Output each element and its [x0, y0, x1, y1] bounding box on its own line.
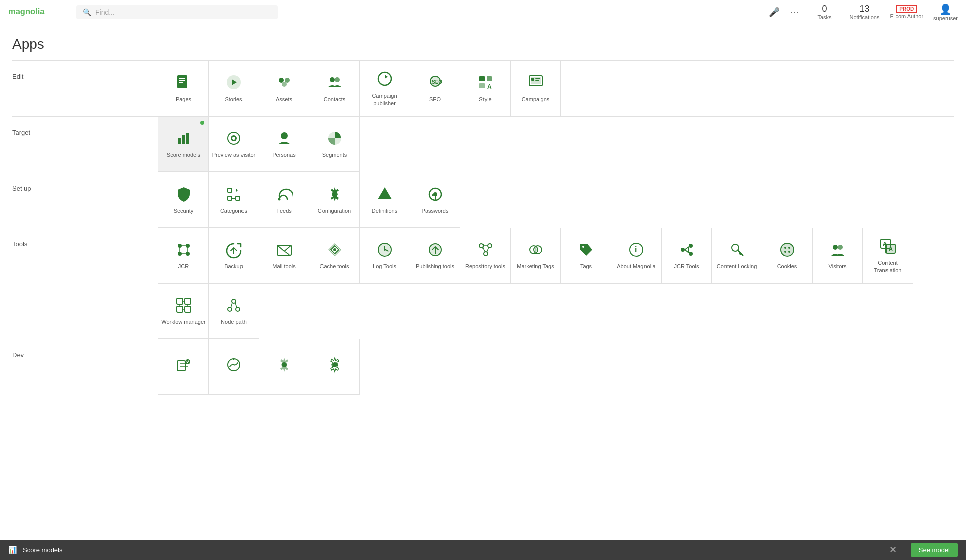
app-segments[interactable]: Segments: [309, 117, 360, 172]
notifications-label: Notifications: [849, 14, 879, 20]
security-label: Security: [172, 207, 196, 214]
tags-icon: [577, 241, 595, 259]
app-publishing-tools[interactable]: Publishing tools: [410, 228, 460, 284]
svg-rect-15: [487, 76, 492, 81]
app-score-models[interactable]: Score models: [158, 117, 209, 172]
app-categories[interactable]: Categories: [209, 172, 259, 228]
dev2-icon: [225, 356, 243, 374]
tags-label: Tags: [578, 263, 594, 270]
svg-point-9: [335, 77, 340, 82]
app-style[interactable]: A Style: [460, 61, 511, 116]
user-section[interactable]: 👤 superuser: [933, 3, 958, 21]
app-marketing-tags[interactable]: Marketing Tags: [511, 228, 561, 284]
configuration-icon: [326, 185, 344, 203]
user-icon: 👤: [939, 3, 952, 15]
campaigns-icon: [527, 73, 545, 91]
app-content-locking[interactable]: Content Locking: [712, 228, 762, 284]
app-node-path[interactable]: Node path: [209, 284, 259, 339]
svg-rect-16: [479, 83, 485, 88]
stories-icon: [225, 73, 243, 91]
app-stories[interactable]: Stories: [209, 61, 259, 116]
content-translation-icon: AA: [879, 237, 897, 255]
app-dev3[interactable]: [259, 339, 309, 395]
svg-point-5: [279, 78, 284, 83]
svg-rect-22: [535, 80, 539, 81]
section-dev: Dev: [12, 339, 954, 395]
section-label-setup: Set up: [12, 172, 158, 228]
section-label-target: Target: [12, 117, 158, 172]
app-log-tools[interactable]: Log Tools: [360, 228, 410, 284]
svg-text:A: A: [487, 83, 492, 90]
tasks-label: Tasks: [817, 14, 831, 20]
mic-icon[interactable]: 🎤: [769, 7, 780, 18]
env-section[interactable]: PROD E-com Author: [890, 5, 923, 19]
logo[interactable]: magnolia: [8, 4, 68, 20]
app-about-magnolia[interactable]: i About Magnolia: [611, 228, 662, 284]
apps-grid-edit: Pages Stories Assets Contacts: [158, 61, 954, 116]
app-passwords[interactable]: Passwords: [410, 172, 460, 228]
notifications-section[interactable]: 13 Notifications: [849, 4, 879, 20]
app-visitors[interactable]: Visitors: [813, 228, 863, 284]
svg-rect-91: [185, 298, 191, 304]
apps-grid-tools: JCR Backup Mail tools Cache tools: [158, 228, 954, 339]
log-tools-label: Log Tools: [371, 263, 398, 270]
svg-point-49: [333, 248, 336, 251]
app-contacts[interactable]: Contacts: [309, 61, 360, 116]
app-jcr[interactable]: JCR: [158, 228, 209, 284]
backup-icon: [225, 241, 243, 259]
app-cookies[interactable]: Cookies: [762, 228, 813, 284]
app-feeds[interactable]: Feeds: [259, 172, 309, 228]
notifications-count: 13: [859, 4, 869, 14]
svg-point-68: [681, 248, 685, 252]
svg-rect-20: [531, 78, 534, 81]
svg-point-80: [788, 247, 790, 249]
app-workflow-manager[interactable]: Worklow manager: [158, 284, 209, 339]
seo-label: SEO: [427, 96, 443, 103]
app-cache-tools[interactable]: Cache tools: [309, 228, 360, 284]
app-dev2[interactable]: [209, 339, 259, 395]
app-pages[interactable]: Pages: [158, 61, 209, 116]
app-dev1[interactable]: [158, 339, 209, 395]
app-definitions[interactable]: Definitions: [360, 172, 410, 228]
search-icon: 🔍: [83, 8, 91, 16]
app-campaigns[interactable]: Campaigns: [511, 61, 561, 116]
app-assets[interactable]: Assets: [259, 61, 309, 116]
env-badge: PROD: [896, 5, 917, 13]
svg-point-81: [784, 251, 786, 253]
feeds-icon: [275, 185, 293, 203]
app-content-translation[interactable]: AA Content Translation: [863, 228, 913, 284]
app-configuration[interactable]: Configuration: [309, 172, 360, 228]
app-backup[interactable]: Backup: [209, 228, 259, 284]
stories-label: Stories: [223, 96, 244, 103]
app-dev4[interactable]: [309, 339, 360, 395]
tasks-section[interactable]: 0 Tasks: [809, 4, 839, 20]
grid-icon[interactable]: ⋯: [790, 7, 799, 18]
assets-icon: [275, 73, 293, 91]
app-jcr-tools[interactable]: JCR Tools: [662, 228, 712, 284]
app-mail-tools[interactable]: Mail tools: [259, 228, 309, 284]
search-bar[interactable]: 🔍 Find...: [76, 5, 278, 19]
definitions-icon: [376, 185, 394, 203]
app-repository-tools[interactable]: Repository tools: [460, 228, 511, 284]
svg-line-61: [482, 247, 485, 252]
svg-point-100: [236, 307, 240, 311]
security-icon: [175, 185, 193, 203]
seo-icon: SEO: [426, 73, 444, 91]
section-target: Target Score models Preview as visitor: [12, 116, 954, 172]
app-seo[interactable]: SEO SEO: [410, 61, 460, 116]
svg-rect-32: [228, 196, 232, 200]
app-preview-as-visitor[interactable]: Preview as visitor: [209, 117, 259, 172]
app-campaign-publisher[interactable]: Campaign publisher: [360, 61, 410, 116]
app-tags[interactable]: Tags: [561, 228, 611, 284]
svg-rect-24: [182, 135, 185, 144]
bottom-bar-close[interactable]: ✕: [889, 544, 897, 555]
main-content: Apps Edit Pages Stories Assets: [0, 24, 966, 540]
svg-point-8: [330, 77, 335, 82]
bottom-bar-action[interactable]: See model: [911, 543, 958, 557]
bottom-bar-label: Score models: [23, 546, 62, 554]
svg-point-70: [689, 252, 693, 256]
campaign-publisher-icon: [376, 70, 394, 88]
app-security[interactable]: Security: [158, 172, 209, 228]
svg-point-83: [833, 245, 838, 250]
app-personas[interactable]: Personas: [259, 117, 309, 172]
